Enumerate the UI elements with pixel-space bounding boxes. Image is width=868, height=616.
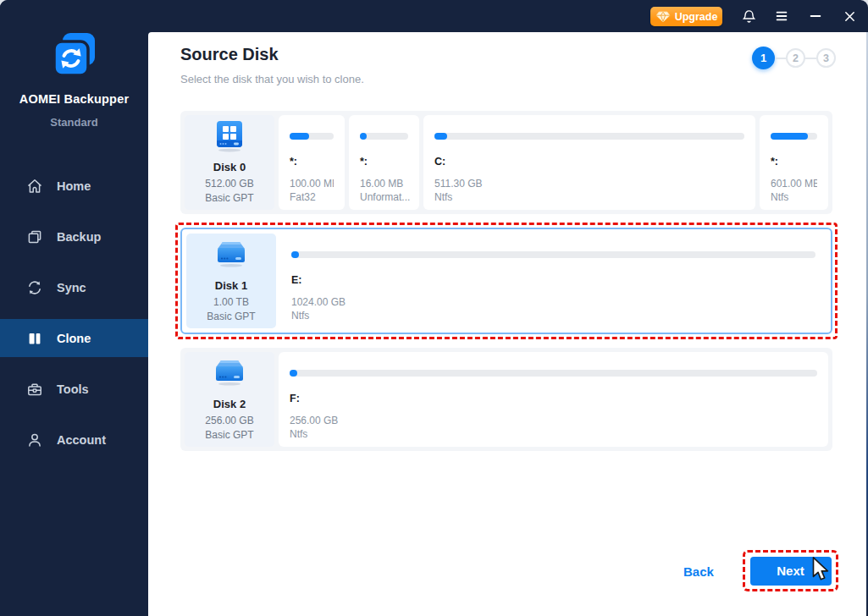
minimize-button[interactable]	[803, 0, 828, 32]
sidebar: AOMEI Backupper Standard HomeBackupSyncC…	[0, 0, 148, 616]
partition-card[interactable]: *:601.00 MBNtfs	[760, 115, 828, 210]
app-edition: Standard	[0, 116, 148, 129]
sidebar-item-clone[interactable]: Clone	[0, 319, 148, 357]
partition-filesystem: Fat32	[290, 190, 334, 204]
partition-list: E:1024.00 GBNtfs	[280, 234, 827, 328]
disk-meta: 256.00 GBBasic GPT	[205, 414, 253, 443]
disk-list: Disk 0512.00 GBBasic GPT*:100.00 MBFat32…	[180, 111, 832, 465]
partition-usage-fill	[290, 133, 309, 140]
sidebar-nav: HomeBackupSyncCloneToolsAccount	[0, 167, 148, 471]
disk-name: Disk 2	[213, 398, 246, 410]
partition-usage-fill	[290, 370, 297, 377]
back-button[interactable]: Back	[683, 564, 714, 579]
sidebar-item-label: Backup	[57, 230, 101, 244]
system-disk-icon	[211, 119, 248, 157]
minimize-icon	[808, 8, 823, 24]
disk-info: Disk 0512.00 GBBasic GPT	[185, 115, 274, 210]
partition-filesystem: Ntfs	[290, 427, 817, 441]
partition-size: 256.00 GB	[290, 414, 817, 427]
clone-icon	[26, 330, 43, 347]
disk-info: Disk 11.00 TBBasic GPT	[186, 234, 276, 328]
sidebar-item-label: Home	[57, 179, 91, 193]
partition-size: 100.00 MB	[290, 177, 334, 190]
partition-usage-fill	[360, 133, 367, 140]
partition-card[interactable]: F:256.00 GBNtfs	[279, 352, 828, 447]
topbar: Upgrade	[148, 0, 868, 32]
partition-usage-bar	[771, 133, 817, 140]
partition-usage-fill	[291, 251, 299, 258]
notifications-button[interactable]	[736, 0, 761, 32]
page-subtitle: Select the disk that you wish to clone.	[180, 73, 364, 85]
partition-filesystem: Unformat...	[360, 190, 408, 204]
app-logo-icon	[0, 29, 148, 81]
disk-info: Disk 2256.00 GBBasic GPT	[185, 352, 274, 447]
partition-usage-bar	[360, 133, 408, 140]
partition-label: C:	[434, 156, 744, 168]
step-2: 2	[786, 48, 805, 68]
partition-size: 16.00 MB	[360, 177, 408, 190]
account-icon	[26, 432, 43, 448]
partition-filesystem: Ntfs	[291, 309, 815, 322]
partition-size: 601.00 MB	[771, 177, 817, 190]
main-panel: Source Disk Select the disk that you wis…	[148, 32, 868, 616]
step-1: 1	[752, 47, 775, 69]
close-button[interactable]	[837, 0, 862, 32]
main-menu-icon	[774, 8, 789, 24]
partition-usage-bar	[434, 133, 744, 140]
partition-card[interactable]: E:1024.00 GBNtfs	[280, 234, 827, 328]
step-connector	[775, 58, 786, 59]
sidebar-item-label: Clone	[57, 332, 91, 345]
sidebar-item-sync[interactable]: Sync	[0, 268, 148, 306]
next-button-annotation: Next	[743, 550, 838, 591]
partition-usage-bar	[291, 251, 815, 258]
partition-card[interactable]: C:511.30 GBNtfs	[423, 115, 755, 210]
sidebar-item-label: Tools	[57, 382, 89, 396]
app-name: AOMEI Backupper	[0, 92, 148, 106]
step-connector	[805, 58, 816, 59]
partition-size: 511.30 GB	[434, 177, 744, 190]
home-icon	[26, 178, 43, 195]
page-header: Source Disk Select the disk that you wis…	[180, 45, 364, 85]
next-button[interactable]: Next	[750, 557, 832, 586]
sidebar-item-home[interactable]: Home	[0, 167, 148, 205]
partition-card[interactable]: *:100.00 MBFat32	[279, 115, 345, 210]
partition-label: *:	[771, 156, 817, 168]
sync-icon	[26, 279, 43, 296]
disk-name: Disk 1	[215, 279, 247, 292]
sidebar-item-account[interactable]: Account	[0, 421, 148, 459]
disk-row-disk-0[interactable]: Disk 0512.00 GBBasic GPT*:100.00 MBFat32…	[180, 111, 832, 214]
partition-size: 1024.00 GB	[291, 295, 815, 309]
disk-row-disk-1[interactable]: Disk 11.00 TBBasic GPTE:1024.00 GBNtfs	[180, 228, 832, 334]
disk-row-disk-2[interactable]: Disk 2256.00 GBBasic GPTF:256.00 GBNtfs	[180, 348, 832, 451]
sidebar-item-label: Account	[57, 433, 106, 447]
partition-label: *:	[290, 156, 334, 168]
sidebar-item-label: Sync	[57, 281, 86, 294]
basic-disk-icon	[211, 356, 248, 393]
partition-filesystem: Ntfs	[771, 190, 817, 204]
partition-list: *:100.00 MBFat32*:16.00 MBUnformat...C:5…	[279, 115, 828, 210]
partition-filesystem: Ntfs	[434, 190, 744, 204]
backup-icon	[26, 228, 43, 245]
partition-usage-bar	[290, 133, 334, 140]
partition-card[interactable]: *:16.00 MBUnformat...	[349, 115, 419, 210]
partition-label: E:	[291, 274, 815, 286]
close-icon	[843, 9, 857, 24]
app-window: AOMEI Backupper Standard HomeBackupSyncC…	[0, 0, 868, 616]
step-3: 3	[816, 48, 836, 68]
step-indicator: 123	[752, 47, 836, 69]
upgrade-label: Upgrade	[675, 11, 718, 23]
disk-meta: 512.00 GBBasic GPT	[205, 177, 253, 206]
partition-usage-fill	[771, 133, 808, 140]
upgrade-button[interactable]: Upgrade	[650, 7, 722, 26]
gem-icon	[655, 11, 671, 23]
bell-icon	[741, 8, 757, 25]
disk-meta: 1.00 TBBasic GPT	[207, 295, 255, 324]
page-title: Source Disk	[180, 45, 364, 64]
sidebar-item-tools[interactable]: Tools	[0, 370, 148, 408]
partition-list: F:256.00 GBNtfs	[279, 352, 828, 447]
partition-usage-fill	[434, 133, 447, 140]
sidebar-item-backup[interactable]: Backup	[0, 217, 148, 256]
tools-icon	[26, 381, 43, 398]
main-menu-button[interactable]	[769, 0, 794, 32]
basic-disk-icon	[213, 238, 250, 275]
